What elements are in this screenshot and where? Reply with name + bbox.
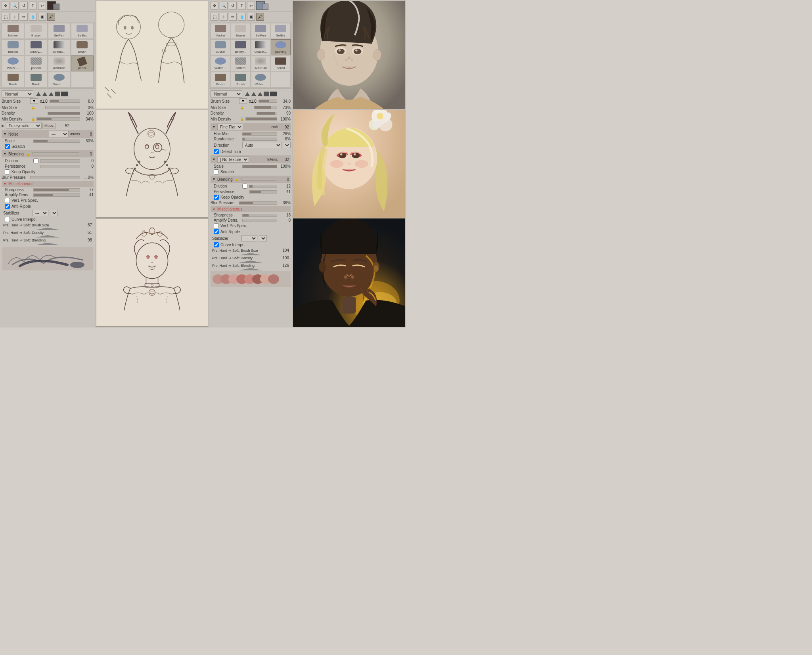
brush-brush3[interactable]: Brush [25,72,47,88]
sharpness-slider[interactable] [33,188,80,192]
r-brush-size-slider[interactable] [259,100,277,103]
randomize-slider[interactable] [242,138,277,141]
brush-pattern[interactable]: pattern [25,56,47,71]
brush-selpen[interactable]: SelPen [48,23,71,39]
stabilizer-mode-dropdown[interactable]: ▼ [50,210,58,216]
no-texture-section[interactable]: ▼ [ No Texture ] Intens. 32 [211,155,291,163]
r-zoom-icon[interactable]: 🔍 [220,2,228,10]
lasso-icon[interactable]: ⊹ [11,13,19,21]
brush-active-icon[interactable]: 🖌 [47,13,55,21]
r-lasso-icon[interactable]: ⊹ [220,13,228,21]
ver1-prs-checkbox[interactable] [5,198,10,203]
keep-opacity-checkbox[interactable] [5,169,10,174]
noise-type-dropdown[interactable]: — [49,131,69,137]
anti-ripple-checkbox[interactable] [5,204,10,209]
mode-dropdown[interactable]: Normal [2,90,33,98]
brush-water2[interactable]: Water ... [48,72,71,88]
r-dilution-checkbox[interactable] [242,184,247,189]
r-min-density-slider[interactable] [245,117,277,121]
r-density-slider[interactable] [257,112,277,115]
r-pen-icon[interactable]: ✏ [229,13,237,21]
no-texture-dropdown[interactable]: [ No Texture ] [217,156,249,163]
r-blending-slider[interactable] [241,178,276,181]
r-background-color[interactable] [262,4,268,10]
brush-brush[interactable]: Brush [71,39,94,55]
r-move-icon[interactable]: ✥ [211,2,218,10]
r-brush-binary[interactable]: Binary... [231,39,251,55]
brush-size-lock[interactable]: ▼ [30,98,38,104]
r-brush-airbrush[interactable]: AirBrush [251,56,271,71]
background-color[interactable] [53,4,59,10]
dilution-checkbox[interactable] [33,158,38,163]
r-brush-marker[interactable]: Marker [211,23,230,39]
pen-icon[interactable]: ✏ [20,13,28,21]
fine-flat-section[interactable]: ▼ Fine Flat Hair 92 [211,123,291,131]
r-brush-brush3[interactable]: Brush [231,72,251,88]
select-icon[interactable]: ⬚ [2,13,10,21]
direction-mode-dropdown[interactable]: ▼ [283,142,291,148]
r-brush-pencil[interactable]: pencil [271,56,291,71]
r-misc-section[interactable]: ▼ Miscellaneous [211,206,291,212]
r-select-icon[interactable]: ⬚ [211,13,218,21]
r-rotate-icon[interactable]: ↺ [229,2,237,10]
eyedrop-icon[interactable]: 💧 [29,13,37,21]
blending-section[interactable]: ▼ Blending 🔒 0 [2,150,94,157]
r-text-icon[interactable]: T [238,2,246,10]
brush-pencil[interactable]: pencil [71,56,94,71]
move-icon[interactable]: ✥ [2,2,10,10]
density-slider[interactable] [48,112,80,115]
r-blur-pressure-slider[interactable] [239,201,277,205]
text-icon[interactable]: T [29,2,37,10]
r-brush-selers[interactable]: SelErs [271,23,291,39]
r-mode-dropdown[interactable]: Normal [211,90,242,98]
curve-interpo-checkbox[interactable] [5,217,10,222]
r-min-size-slider[interactable] [254,106,277,109]
stabilizer-dropdown[interactable]: --- [33,210,48,216]
mess-btn[interactable]: Mess. [42,123,56,128]
misc-section[interactable]: ▼ Miscellaneous [2,181,94,187]
r-persistence-slider[interactable] [249,190,277,193]
zoom-icon[interactable]: 🔍 [11,2,19,10]
r-brush-active-icon[interactable]: 🖌 [256,13,264,21]
brush-marker[interactable]: Marker [2,23,24,39]
r-keep-opacity-checkbox[interactable] [214,195,219,200]
r-anti-ripple-checkbox[interactable] [214,229,219,234]
r-brush-water[interactable]: Water ... [211,56,230,71]
undo-icon[interactable]: ↩ [38,2,46,10]
r-brush-eraser[interactable]: Eraser [231,23,251,39]
r-fill-icon[interactable]: ▣ [247,13,255,21]
fuzzy-dropdown[interactable]: Fuzzyстatic [6,123,42,129]
r-brush-bucket[interactable]: Bucket [211,39,230,55]
brush-size-slider[interactable] [50,100,80,103]
r-undo-icon[interactable]: ↩ [247,2,255,10]
r-amplify-dens-slider[interactable] [242,219,277,222]
dilution-slider[interactable] [40,159,80,163]
min-density-slider[interactable] [36,117,80,121]
scale-slider[interactable] [33,140,80,143]
brush-bucket[interactable]: Bucket [2,39,24,55]
fill-icon[interactable]: ▣ [38,13,46,21]
r-stabilizer-mode-dropdown[interactable]: ▼ [259,235,267,241]
r-brush-gradat[interactable]: Gradat... [251,39,271,55]
persistence-slider[interactable] [40,165,80,168]
scratch-checkbox[interactable] [5,144,10,149]
r-stabilizer-dropdown[interactable]: --- [241,235,257,241]
brush-airbrush[interactable]: AirBrush [48,56,71,71]
r-brush-pattern[interactable]: pattern [231,56,251,71]
r-brush-painting[interactable]: painting [271,39,291,55]
r-scale-slider[interactable] [242,165,277,168]
brush-gradat[interactable]: Gradat... [48,39,71,55]
blur-pressure-slider[interactable] [30,176,80,179]
brush-brush2[interactable]: Brush [2,72,24,88]
r-brush-size-lock[interactable]: ▼ [239,98,247,104]
min-size-slider[interactable] [45,106,80,109]
r-brush-selpen[interactable]: SelPen [251,23,271,39]
r-brush-brush2[interactable]: Brush [211,72,230,88]
hair-min-slider[interactable] [242,132,277,136]
brush-water[interactable]: Water ... [2,56,24,71]
blending-slider[interactable] [33,152,79,155]
r-eyedrop-icon[interactable]: 💧 [238,13,246,21]
r-sharpness-slider[interactable] [242,214,277,217]
brush-binary[interactable]: Binary... [25,39,47,55]
r-ver1-prs-checkbox[interactable] [214,223,219,228]
